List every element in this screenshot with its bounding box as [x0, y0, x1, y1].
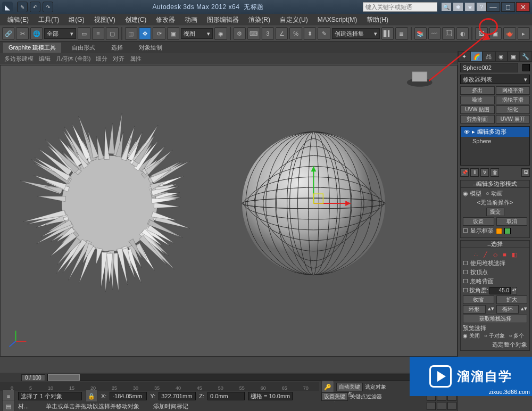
get-stack-sel-button[interactable]: 获取堆栈选择 — [463, 315, 527, 323]
menu-customize[interactable]: 自定义(U) — [276, 14, 312, 26]
subobj-poly-icon[interactable]: ■ — [501, 251, 509, 258]
menu-graph-editors[interactable]: 图形编辑器 — [203, 14, 243, 26]
stack-item-base[interactable]: Sphere — [461, 137, 529, 145]
time-slider[interactable]: 0 / 100 — [0, 373, 426, 382]
rollout-header-sel[interactable]: – 选择 — [461, 241, 529, 248]
rendered-frame-icon[interactable]: ▣ — [489, 27, 502, 40]
btn-meshsmooth[interactable]: 网格平滑 — [496, 86, 530, 95]
sub-subdivision[interactable]: 细分 — [96, 55, 107, 63]
auto-key-button[interactable]: 自动关键点 — [336, 383, 363, 391]
sub-properties[interactable]: 属性 — [130, 55, 142, 63]
select-object-icon[interactable]: ▭ — [78, 27, 90, 40]
infocenter-icon[interactable]: 🔍 — [442, 3, 451, 11]
btn-turbosmooth[interactable]: 涡轮平滑 — [496, 96, 530, 104]
maxscript-mini-icon[interactable]: ▤ — [2, 400, 15, 411]
percent-snap-icon[interactable]: % — [289, 27, 302, 40]
bind-icon[interactable]: 🌐 — [30, 27, 43, 40]
tab-motion-icon[interactable]: ◉ — [495, 51, 508, 62]
render-iterative-icon[interactable]: ▸ — [518, 27, 530, 40]
render-production-icon[interactable]: 🫖 — [503, 27, 516, 40]
menu-animation[interactable]: 动画 — [180, 14, 202, 26]
chk-ignore-backfacing[interactable]: ☐ — [463, 278, 468, 285]
angle-snap-icon[interactable]: ∠ — [276, 27, 288, 40]
tab-create-icon[interactable]: ✦ — [458, 51, 470, 62]
manipulate-icon[interactable]: ⚙ — [234, 27, 246, 40]
btn-chamfer[interactable]: 剪角剖面 — [460, 115, 495, 124]
layers-icon[interactable]: 📚 — [414, 27, 427, 40]
angle-spinner[interactable] — [489, 287, 511, 294]
pan-icon[interactable] — [437, 402, 446, 410]
menu-rendering[interactable]: 渲染(R) — [244, 14, 275, 26]
curve-editor-icon[interactable]: 〰 — [428, 27, 440, 40]
tab-graphite[interactable]: Graphite 建模工具 — [3, 43, 61, 53]
close-button[interactable]: ✕ — [516, 2, 530, 12]
subobj-vertex-icon[interactable]: ∴ — [472, 251, 480, 258]
viewport[interactable] — [0, 65, 458, 357]
orbit-icon[interactable] — [447, 402, 456, 410]
render-setup-icon[interactable]: 🖼 — [475, 27, 487, 40]
material-editor-icon[interactable]: ◐ — [456, 27, 469, 40]
object-name-field[interactable]: Sphere002 — [460, 63, 518, 72]
show-end-icon[interactable]: Ⅱ — [470, 168, 479, 177]
subobj-element-icon[interactable]: ◧ — [511, 251, 518, 258]
app-menu-icon[interactable]: ◣ — [2, 2, 13, 12]
configure-sets-icon[interactable]: 🖫 — [521, 168, 530, 177]
link-icon[interactable]: 🔗 — [2, 27, 14, 40]
cage-color-2[interactable] — [504, 228, 511, 234]
rollout-header[interactable]: – 编辑多边形模式 — [461, 180, 529, 188]
maximize-button[interactable]: □ — [501, 2, 515, 12]
btn-uvwmap[interactable]: UVW 贴图 — [460, 105, 495, 114]
btn-extrude[interactable]: 挤出 — [460, 86, 495, 95]
subobj-border-icon[interactable]: ◇ — [492, 251, 499, 258]
selection-filter-combo[interactable]: 全部 — [44, 28, 76, 39]
commit-button[interactable]: 提交 — [486, 208, 504, 216]
edit-named-sel-icon[interactable]: ✎ — [318, 27, 330, 40]
menu-maxscript[interactable]: MAXScript(M) — [313, 15, 362, 24]
coord-y[interactable]: 322.701mm — [159, 392, 196, 400]
cage-color-1[interactable] — [496, 228, 502, 234]
menu-create[interactable]: 创建(C) — [121, 14, 151, 26]
lock-selection-icon[interactable]: 🔒 — [85, 390, 98, 402]
radio-preview-sub[interactable]: ○ 子对象 — [484, 332, 505, 340]
tab-utilities-icon[interactable]: 🔧 — [520, 51, 532, 62]
radio-preview-multi[interactable]: ○ 多个 — [509, 332, 525, 340]
window-crossing-icon[interactable]: ◫ — [125, 27, 137, 40]
select-scale-icon[interactable]: ▣ — [167, 27, 179, 40]
radio-preview-off[interactable]: ◉ 关闭 — [463, 332, 480, 340]
tab-freeform[interactable]: 自由形式 — [66, 43, 101, 53]
qat-new-icon[interactable]: ✎ — [17, 2, 28, 12]
chk-use-stack[interactable]: ☐ — [463, 260, 468, 267]
schematic-view-icon[interactable]: ⿺ — [442, 27, 454, 40]
settings-button[interactable]: 设置 — [463, 217, 494, 226]
ring-button[interactable]: 环形 — [463, 305, 486, 314]
keyboard-shortcut-icon[interactable]: ⌨ — [247, 27, 260, 40]
btn-noise[interactable]: 噪波 — [460, 96, 495, 104]
stack-item-editpoly[interactable]: 👁▸ 编辑多边形 — [461, 127, 529, 137]
add-time-tag[interactable]: 添加时间标记 — [153, 402, 188, 410]
favorites-icon[interactable]: ★ — [465, 3, 475, 11]
eye-icon[interactable]: 👁 — [464, 129, 470, 135]
menu-help[interactable]: 帮助(H) — [362, 14, 393, 26]
sub-geometry[interactable]: 几何体 (全部) — [56, 55, 90, 63]
select-by-name-icon[interactable]: ≡ — [92, 27, 104, 40]
align-icon[interactable]: ≣ — [395, 27, 408, 40]
btn-unwrap[interactable]: UVW 展开 — [496, 115, 530, 124]
subobj-edge-icon[interactable]: ╱ — [482, 251, 489, 258]
spinner-snap-icon[interactable]: ⬍ — [304, 27, 316, 40]
help-icon[interactable]: ? — [477, 3, 486, 11]
btn-tessellate[interactable]: 细化 — [496, 105, 530, 114]
unlink-icon[interactable]: ✂ — [16, 27, 28, 40]
ref-coord-combo[interactable]: 视图 — [181, 28, 213, 39]
pivot-icon[interactable]: ◉ — [214, 27, 227, 40]
tab-object-paint[interactable]: 对象绘制 — [134, 43, 168, 53]
qat-undo-icon[interactable]: ↶ — [30, 2, 40, 12]
fov-icon[interactable] — [427, 402, 436, 410]
named-selection-combo[interactable]: 创建选择集 — [332, 28, 380, 39]
menu-modifiers[interactable]: 修改器 — [152, 14, 179, 26]
modifier-list-combo[interactable]: 修改器列表 — [460, 75, 530, 84]
key-target-combo[interactable]: 选定对象 — [365, 383, 386, 391]
qat-redo-icon[interactable]: ↷ — [43, 2, 53, 12]
shrink-button[interactable]: 收缩 — [463, 295, 494, 304]
mirror-icon[interactable]: ▋▍ — [381, 27, 394, 40]
menu-group[interactable]: 组(G) — [64, 14, 88, 26]
